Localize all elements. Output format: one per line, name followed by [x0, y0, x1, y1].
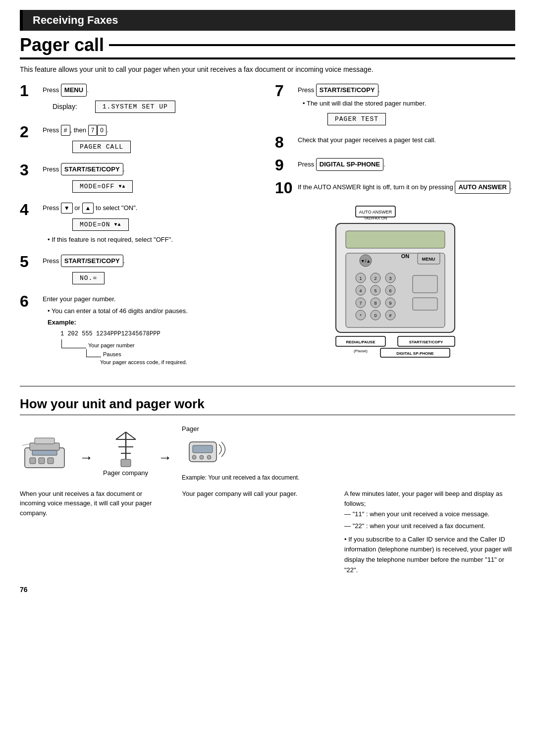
pager-company-label: Pager company	[103, 469, 148, 477]
device-diagram: AUTO ANSWER TAD/FAX ON ▼/▲ ON MENU	[326, 204, 465, 364]
step-num-2: 2	[20, 124, 38, 140]
page-number: 76	[20, 586, 515, 594]
svg-rect-46	[32, 450, 57, 455]
svg-text:2: 2	[374, 276, 376, 281]
bracket-line2	[86, 349, 101, 357]
svg-line-57	[126, 432, 136, 439]
svg-point-61	[192, 455, 196, 459]
page-title: Pager call	[20, 35, 515, 59]
pauses-label-text: Pauses	[103, 351, 121, 357]
step3-display: MODE=OFF ▼▲	[72, 180, 133, 193]
arrow1: →	[79, 450, 93, 466]
step6-text: Enter your pager number.	[43, 294, 260, 304]
step-num-7: 7	[275, 83, 293, 99]
pager-device-item: Pager Example: Your unit received a fax …	[182, 425, 299, 481]
device-svg: AUTO ANSWER TAD/FAX ON ▼/▲ ON MENU	[326, 204, 465, 362]
svg-text:1: 1	[359, 276, 362, 281]
example-label-diagram: Example: Your unit received a fax docume…	[182, 474, 299, 481]
step-num-6: 6	[20, 293, 38, 309]
bracket-line1	[61, 339, 86, 348]
step3-arrows: ▼▲	[118, 184, 125, 189]
svg-rect-58	[121, 459, 131, 467]
step-10: 10 If the AUTO ANSWER light is off, turn…	[275, 181, 515, 196]
start-set-copy-key-5: START/SET/COPY	[61, 255, 123, 268]
svg-rect-49	[48, 458, 54, 464]
pauses-label: Pauses	[85, 349, 121, 357]
step10-text: If the AUTO ANSWER light is off, turn it…	[298, 181, 515, 194]
step4-display: MODE=ON ▼▲	[72, 218, 129, 231]
pager-company-item: Pager company	[103, 430, 148, 477]
step-content-2: Press #, then 70. PAGER CALL	[43, 125, 260, 155]
svg-text:(Pause): (Pause)	[353, 349, 367, 353]
diagram-row: → Pager company → P	[20, 425, 515, 481]
svg-rect-4	[346, 231, 445, 248]
step-num-5: 5	[20, 254, 38, 270]
svg-text:TAD/FAX ON: TAD/FAX ON	[364, 216, 387, 220]
svg-text:REDIAL/PAUSE: REDIAL/PAUSE	[346, 340, 375, 344]
svg-text:0: 0	[374, 313, 376, 318]
step5-display: NO.=	[72, 272, 105, 284]
svg-rect-60	[193, 445, 213, 453]
pager-info-note: • If you subscribe to a Caller ID servic…	[344, 535, 515, 576]
step-4: 4 Press ▼ or ▲ to select "ON". MODE=ON ▼…	[20, 203, 260, 247]
step7-text: Press START/SET/COPY.	[298, 84, 515, 97]
step-8: 8 Check that your pager receives a pager…	[275, 135, 515, 150]
pager-num-text: Your pager number	[88, 342, 135, 348]
down-arrow-key: ▼	[61, 203, 73, 214]
svg-text:AUTO ANSWER: AUTO ANSWER	[359, 210, 392, 215]
step7-display: PAGER TEST	[327, 113, 386, 125]
step-content-4: Press ▼ or ▲ to select "ON". MODE=ON ▼▲ …	[43, 203, 260, 247]
step-5: 5 Press START/SET/COPY. NO.=	[20, 255, 260, 287]
step-num-4: 4	[20, 202, 38, 217]
auto-answer-key: AUTO ANSWER	[455, 181, 510, 194]
svg-rect-35	[413, 275, 437, 293]
svg-text:DIGITAL SP-PHONE: DIGITAL SP-PHONE	[396, 351, 434, 356]
svg-text:3: 3	[389, 276, 391, 281]
step-num-8: 8	[275, 134, 293, 150]
svg-text:#: #	[389, 313, 391, 318]
pager-info-list: "11" : when your unit received a voice m…	[344, 509, 515, 532]
svg-text:5: 5	[374, 288, 376, 293]
step2-display-box: PAGER CALL	[57, 139, 260, 155]
section2-title: How your unit and pager work	[20, 396, 515, 415]
step4-note: If this feature is not required, select …	[48, 235, 260, 245]
step-2: 2 Press #, then 70. PAGER CALL	[20, 125, 260, 155]
step-content-6: Enter your pager number. You can enter a…	[43, 294, 260, 368]
access-label: Your pager access code, if required.	[100, 359, 187, 365]
step9-text: Press DIGITAL SP-PHONE.	[298, 158, 515, 171]
pager-info-note-text: If you subscribe to a Caller ID service …	[344, 536, 512, 574]
svg-point-62	[200, 455, 204, 459]
pager-company-icon	[106, 430, 146, 469]
svg-text:6: 6	[389, 288, 391, 293]
step4-display-value: MODE=ON	[80, 221, 110, 228]
header-title: Receiving Faxes	[20, 10, 515, 31]
step-content-8: Check that your pager receives a pager t…	[298, 135, 515, 147]
step-num-10: 10	[275, 180, 293, 196]
step2-text: Press #, then 70.	[43, 125, 260, 136]
step1-display: 1.SYSTEM SET UP	[95, 101, 175, 113]
step4-display-box: MODE=ON ▼▲	[57, 216, 260, 233]
pager-info-intro: A few minutes later, your pager will bee…	[344, 489, 515, 510]
pager-device-label: Pager	[182, 425, 199, 432]
step5-display-box: NO.=	[57, 270, 260, 286]
section-divider	[20, 386, 515, 386]
step1-display-row: Display: 1.SYSTEM SET UP	[53, 99, 260, 115]
pager-info-item-2: "22" : when your unit received a fax doc…	[344, 521, 515, 532]
step6-note: You can enter a total of 46 digits and/o…	[48, 306, 260, 316]
svg-text:8: 8	[374, 301, 376, 306]
svg-text:7: 7	[359, 301, 362, 306]
start-set-copy-key-3: START/SET/COPY	[61, 163, 123, 176]
svg-text:▼/▲: ▼/▲	[360, 259, 370, 264]
step-content-9: Press DIGITAL SP-PHONE.	[298, 158, 515, 173]
section2: How your unit and pager work	[20, 396, 515, 576]
step3-text: Press START/SET/COPY.	[43, 163, 260, 176]
fax-machine-item	[20, 433, 69, 473]
page: Receiving Faxes Pager call This feature …	[0, 0, 535, 613]
step4-arrows: ▼▲	[114, 222, 121, 227]
step3-display-value: MODE=OFF	[80, 183, 114, 190]
pager-device-icon	[182, 434, 231, 474]
step-content-7: Press START/SET/COPY. The unit will dial…	[298, 84, 515, 127]
svg-text:4: 4	[359, 288, 362, 293]
step-num-9: 9	[275, 157, 293, 173]
start-set-copy-key-7: START/SET/COPY	[316, 84, 378, 97]
